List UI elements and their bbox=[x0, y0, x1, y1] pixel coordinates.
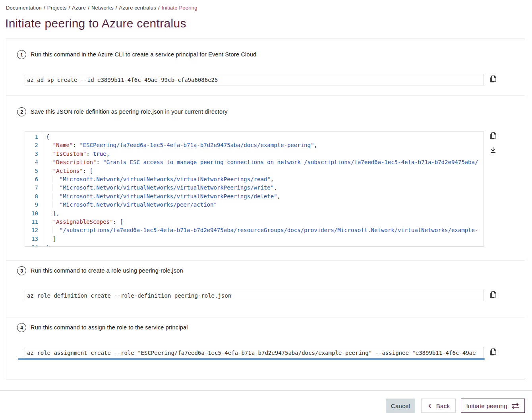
code-token: , bbox=[274, 184, 277, 191]
code-line: 12 "/subscriptions/fa7eed6a-1ec5-4efa-b7… bbox=[25, 226, 484, 234]
line-content: "Microsoft.Network/virtualNetworks/virtu… bbox=[46, 176, 274, 182]
code-token: [ bbox=[90, 168, 93, 174]
line-number: 1 bbox=[25, 133, 42, 141]
code-line: 2 "Name": "ESCPeering/fa7eed6a-1ec5-4efa… bbox=[25, 141, 484, 149]
line-number: 10 bbox=[25, 209, 42, 218]
download-json-button[interactable] bbox=[488, 145, 498, 155]
line-content: "AssignableScopes": [ bbox=[46, 219, 123, 225]
code-line: 11 "AssignableScopes": [ bbox=[25, 218, 484, 226]
copy-icon bbox=[489, 132, 497, 141]
code-line: 7 "Microsoft.Network/virtualNetworks/vir… bbox=[25, 184, 484, 192]
code-token: "Name" bbox=[53, 142, 73, 148]
cancel-button[interactable]: Cancel bbox=[386, 399, 415, 413]
line-content: } bbox=[46, 244, 49, 247]
line-content: { bbox=[46, 134, 49, 140]
breadcrumb-item[interactable]: Projects bbox=[47, 5, 67, 11]
code-token: "Actions" bbox=[53, 168, 83, 174]
code-token: : bbox=[86, 151, 93, 157]
indent-guide bbox=[46, 227, 53, 233]
line-content: ], bbox=[46, 210, 60, 217]
line-number: 9 bbox=[25, 201, 42, 209]
breadcrumb-separator: / bbox=[114, 5, 119, 11]
line-content: "Actions": [ bbox=[46, 168, 93, 174]
page-title: Initiate peering to Azure centralus bbox=[5, 17, 186, 30]
line-content: ] bbox=[46, 236, 56, 242]
initiate-peering-label: Initiate peering bbox=[466, 403, 507, 409]
copy-button[interactable] bbox=[488, 75, 498, 84]
code-token: , bbox=[314, 142, 317, 148]
copy-button[interactable] bbox=[488, 348, 498, 357]
breadcrumb-item[interactable]: Azure bbox=[72, 5, 86, 11]
code-token: "IsCustom" bbox=[53, 151, 86, 157]
line-content: "Microsoft.Network/virtualNetworks/virtu… bbox=[46, 184, 277, 191]
breadcrumb-separator: / bbox=[86, 5, 91, 11]
code-line: 9 "Microsoft.Network/virtualNetworks/pee… bbox=[25, 201, 484, 209]
code-token: } bbox=[46, 244, 49, 247]
code-line: 14} bbox=[25, 243, 484, 247]
code-token: { bbox=[46, 134, 49, 140]
breadcrumb: Documentation/Projects/Azure/Networks/Az… bbox=[6, 5, 197, 11]
line-number: 8 bbox=[25, 192, 42, 201]
section-divider bbox=[6, 260, 525, 261]
download-icon bbox=[489, 145, 497, 155]
code-token: "Microsoft.Network/virtualNetworks/virtu… bbox=[60, 176, 271, 182]
breadcrumb-item[interactable]: Documentation bbox=[6, 5, 42, 11]
line-content: "Name": "ESCPeering/fa7eed6a-1ec5-4efa-b… bbox=[46, 142, 317, 148]
code-token: "Microsoft.Network/virtualNetworks/virtu… bbox=[60, 184, 274, 191]
step-1-number-label: 1 bbox=[20, 52, 23, 58]
copy-json-button[interactable] bbox=[488, 132, 498, 141]
step-3-instruction: Run this command to create a role using … bbox=[31, 267, 183, 274]
code-line: 4 "Description": "Grants ESC access to m… bbox=[25, 158, 484, 166]
horizontal-scrollbar[interactable] bbox=[18, 358, 485, 360]
code-line: 6 "Microsoft.Network/virtualNetworks/vir… bbox=[25, 175, 484, 184]
line-number: 2 bbox=[25, 141, 42, 149]
line-content: "IsCustom": true, bbox=[46, 151, 110, 157]
indent-guide bbox=[46, 201, 53, 208]
code-line: 5 "Actions": [ bbox=[25, 167, 484, 175]
code-token: , bbox=[106, 151, 110, 157]
code-token: , bbox=[277, 193, 281, 199]
breadcrumb-item[interactable]: Azure centralus bbox=[119, 5, 156, 11]
code-token: true bbox=[93, 151, 106, 157]
line-number: 5 bbox=[25, 167, 42, 175]
breadcrumb-separator: / bbox=[156, 5, 162, 11]
initiate-peering-button[interactable]: Initiate peering bbox=[461, 399, 525, 413]
code-token: "/subscriptions/fa7eed6a-1ec5-4efa-b71a-… bbox=[60, 227, 478, 233]
code-line: 13 ] bbox=[25, 235, 484, 243]
line-number: 6 bbox=[25, 175, 42, 184]
code-token: ] bbox=[53, 236, 56, 242]
section-divider bbox=[6, 317, 525, 317]
code-line: 1{ bbox=[25, 133, 484, 141]
code-token: "AssignableScopes" bbox=[53, 219, 113, 225]
line-content: "Description": "Grants ESC access to man… bbox=[46, 159, 478, 165]
copy-button[interactable] bbox=[488, 290, 498, 300]
step-3-number-label: 3 bbox=[20, 268, 23, 274]
code-line: 3 "IsCustom": true, bbox=[25, 150, 484, 158]
step-2-number: 2 bbox=[17, 107, 26, 116]
code-token: "Grants ESC access to manage peering con… bbox=[103, 159, 478, 165]
line-number: 13 bbox=[25, 235, 42, 243]
json-editor[interactable]: 1{2 "Name": "ESCPeering/fa7eed6a-1ec5-4e… bbox=[25, 131, 484, 247]
code-token: [ bbox=[120, 219, 123, 225]
copy-icon bbox=[489, 290, 497, 300]
step-4-number: 4 bbox=[17, 323, 26, 332]
code-token: : bbox=[96, 159, 103, 165]
breadcrumb-separator: / bbox=[42, 5, 47, 11]
code-token: "Microsoft.Network/virtualNetworks/virtu… bbox=[60, 193, 277, 199]
breadcrumb-item: Initiate Peering bbox=[162, 5, 197, 11]
step-2-instruction: Save this JSON role definition as peerin… bbox=[31, 108, 228, 115]
json-editor-lines: 1{2 "Name": "ESCPeering/fa7eed6a-1ec5-4e… bbox=[25, 133, 484, 247]
code-token: : bbox=[113, 219, 120, 225]
breadcrumb-separator: / bbox=[66, 5, 72, 11]
step-1-number: 1 bbox=[17, 50, 26, 59]
code-token: "Microsoft.Network/virtualNetworks/peer/… bbox=[60, 201, 217, 208]
back-button[interactable]: Back bbox=[421, 399, 456, 413]
line-number: 3 bbox=[25, 150, 42, 158]
breadcrumb-item[interactable]: Networks bbox=[91, 5, 114, 11]
step-2-number-label: 2 bbox=[20, 109, 23, 115]
line-number: 14 bbox=[25, 243, 42, 247]
line-number: 7 bbox=[25, 184, 42, 192]
line-content: "Microsoft.Network/virtualNetworks/virtu… bbox=[46, 193, 281, 199]
indent-guide bbox=[46, 193, 53, 199]
section-divider bbox=[6, 95, 525, 96]
